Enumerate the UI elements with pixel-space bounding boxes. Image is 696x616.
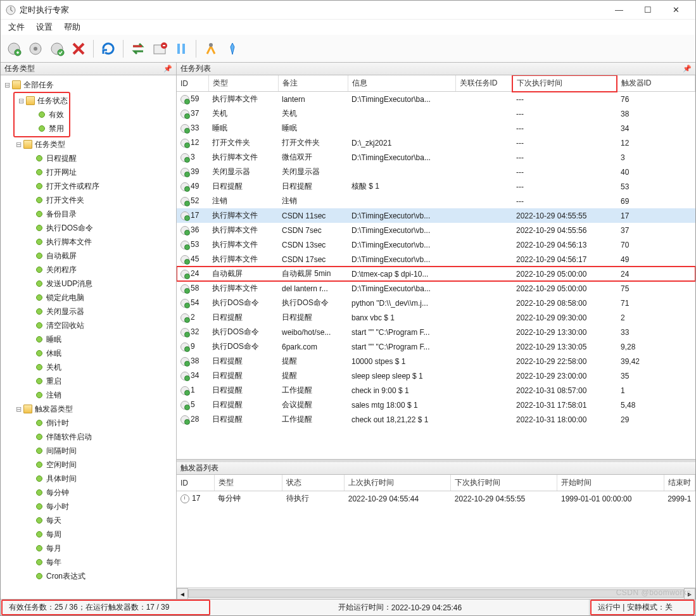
task-row[interactable]: 2日程提醒日程提醒banx vbc $ 12022-10-29 09:30:00… bbox=[177, 310, 695, 325]
task-row[interactable]: 39关闭显示器关闭显示器---40 bbox=[177, 165, 695, 179]
maximize-button[interactable]: ☐ bbox=[633, 1, 662, 19]
tree-node[interactable]: ⊟全部任务 bbox=[2, 78, 175, 92]
trigger-col-header[interactable]: 类型 bbox=[214, 475, 282, 491]
tree-node[interactable]: 清空回收站 bbox=[2, 318, 175, 332]
tree-node[interactable]: 执行DOS命令 bbox=[2, 221, 175, 235]
task-row[interactable]: 24自动截屏自动截屏 5minD:\tmex-cap $ dpi-10...20… bbox=[177, 267, 695, 281]
tree-node[interactable]: 打开文件或程序 bbox=[2, 179, 175, 193]
minimize-button[interactable]: — bbox=[605, 1, 633, 19]
tree-node[interactable]: 备份目录 bbox=[2, 207, 175, 221]
add-task-button[interactable] bbox=[4, 39, 23, 58]
tree-node[interactable]: 注销 bbox=[2, 388, 175, 402]
pin-icon[interactable]: 📌 bbox=[683, 65, 692, 73]
pause-button[interactable] bbox=[172, 39, 191, 58]
tree-node[interactable]: 有效 bbox=[16, 108, 68, 122]
task-status-icon bbox=[180, 241, 189, 249]
task-row[interactable]: 53执行脚本文件CSDN 13secD:\TimingExecutor\vb..… bbox=[177, 237, 695, 252]
tree-node[interactable]: 关机 bbox=[2, 360, 175, 374]
trigger-col-header[interactable]: 开始时间 bbox=[557, 475, 664, 491]
tree-node[interactable]: 日程提醒 bbox=[2, 151, 175, 165]
task-row[interactable]: 58执行脚本文件del lantern r...D:\TimingExecuto… bbox=[177, 281, 695, 296]
tree-node[interactable]: 伴随软件启动 bbox=[2, 430, 175, 444]
remove-button[interactable] bbox=[150, 39, 169, 58]
task-col-header[interactable]: 触发器ID bbox=[617, 75, 695, 92]
task-row[interactable]: 49日程提醒日程提醒核酸 $ 1---53 bbox=[177, 179, 695, 194]
tree-node[interactable]: 禁用 bbox=[16, 122, 68, 135]
swap-button[interactable] bbox=[129, 39, 148, 58]
task-row[interactable]: 37关机关机---38 bbox=[177, 106, 695, 121]
refresh-button[interactable] bbox=[99, 39, 118, 58]
tree-node[interactable]: 每分钟 bbox=[2, 486, 175, 500]
task-row[interactable]: 38日程提醒提醒10000 stpes $ 12022-10-29 22:58:… bbox=[177, 354, 695, 368]
tree-node[interactable]: 重启 bbox=[2, 374, 175, 388]
tree-node[interactable]: 每天 bbox=[2, 513, 175, 527]
tree-node[interactable]: 倒计时 bbox=[2, 416, 175, 430]
trigger-col-header[interactable]: 状态 bbox=[282, 475, 345, 491]
task-row[interactable]: 12打开文件夹打开文件夹D:\_zkj2021---12 bbox=[177, 135, 695, 150]
tree-node[interactable]: ⊟触发器类型 bbox=[2, 402, 175, 416]
task-status-icon bbox=[180, 168, 189, 177]
task-row[interactable]: 34日程提醒提醒sleep sleep sleep $ 12022-10-29 … bbox=[177, 368, 695, 383]
trigger-col-header[interactable]: ID bbox=[177, 475, 214, 491]
pin-icon[interactable]: 📌 bbox=[163, 65, 172, 73]
task-col-header[interactable]: 下次执行时间 bbox=[512, 75, 617, 92]
edit-task-button[interactable] bbox=[26, 39, 45, 58]
tree-node[interactable]: 每小时 bbox=[2, 500, 175, 513]
tree-node[interactable]: ⊟任务状态 bbox=[16, 94, 68, 108]
menu-help[interactable]: 帮助 bbox=[64, 22, 80, 33]
tree-node[interactable]: ⊟任务类型 bbox=[2, 137, 175, 151]
close-button[interactable]: ✕ bbox=[662, 1, 690, 19]
tree-node[interactable]: 每年 bbox=[2, 555, 175, 569]
trigger-col-header[interactable]: 上次执行时间 bbox=[345, 475, 451, 491]
task-col-header[interactable]: 备注 bbox=[278, 75, 348, 92]
task-row[interactable]: 32执行DOS命令weibo/hot/se...start "" "C:\Pro… bbox=[177, 325, 695, 339]
confirm-task-button[interactable] bbox=[47, 39, 66, 58]
tree-node[interactable]: 发送UDP消息 bbox=[2, 277, 175, 291]
task-row[interactable]: 9执行DOS命令6park.comstart "" "C:\Program F.… bbox=[177, 339, 695, 354]
tree-node[interactable]: 每周 bbox=[2, 527, 175, 541]
task-row[interactable]: 59执行脚本文件lanternD:\TimingExecutor\ba...--… bbox=[177, 92, 695, 107]
tree-node[interactable]: 每月 bbox=[2, 541, 175, 555]
task-row[interactable]: 17执行脚本文件CSDN 11secD:\TimingExecutor\vb..… bbox=[177, 208, 695, 223]
task-col-header[interactable]: 类型 bbox=[208, 75, 278, 92]
tree-node[interactable]: 关闭程序 bbox=[2, 263, 175, 277]
task-list[interactable]: ID类型备注信息关联任务ID下次执行时间触发器ID 59执行脚本文件lanter… bbox=[177, 75, 695, 459]
trigger-col-header[interactable]: 结束时 bbox=[664, 475, 695, 491]
task-row[interactable]: 3执行脚本文件微信双开D:\TimingExecutor\ba...---3 bbox=[177, 150, 695, 165]
task-row[interactable]: 36执行脚本文件CSDN 7secD:\TimingExecutor\vb...… bbox=[177, 223, 695, 237]
tree-node[interactable]: 空闲时间 bbox=[2, 458, 175, 472]
trigger-list[interactable]: ID类型状态上次执行时间下次执行时间开始时间结束时 17每分钟待执行2022-1… bbox=[177, 475, 695, 588]
task-row[interactable]: 1日程提醒工作提醒check in 9:00 $ 12022-10-31 08:… bbox=[177, 383, 695, 398]
tree-label: 日程提醒 bbox=[46, 153, 77, 164]
task-type-tree[interactable]: ⊟全部任务⊟任务状态有效禁用⊟任务类型日程提醒打开网址打开文件或程序打开文件夹备… bbox=[1, 75, 176, 599]
tree-node[interactable]: 打开文件夹 bbox=[2, 193, 175, 207]
menu-settings[interactable]: 设置 bbox=[36, 22, 53, 33]
tree-node[interactable]: 执行脚本文件 bbox=[2, 235, 175, 249]
tree-node[interactable]: 锁定此电脑 bbox=[2, 291, 175, 305]
task-col-header[interactable]: ID bbox=[177, 75, 208, 92]
tree-label: 注销 bbox=[46, 390, 61, 401]
task-row[interactable]: 54执行DOS命令执行DOS命令python "D:\\_dev\\m.j...… bbox=[177, 296, 695, 310]
tree-node[interactable]: 具体时间 bbox=[2, 472, 175, 486]
tree-node[interactable]: 关闭显示器 bbox=[2, 305, 175, 318]
task-row[interactable]: 5日程提醒会议提醒sales mtg 18:00 $ 12022-10-31 1… bbox=[177, 398, 695, 412]
trigger-col-header[interactable]: 下次执行时间 bbox=[451, 475, 557, 491]
pin-button[interactable] bbox=[223, 39, 242, 58]
tree-node[interactable]: 间隔时间 bbox=[2, 444, 175, 458]
tree-node[interactable]: 打开网址 bbox=[2, 165, 175, 179]
task-row[interactable]: 52注销注销---69 bbox=[177, 194, 695, 208]
tree-node[interactable]: 休眠 bbox=[2, 346, 175, 360]
task-col-header[interactable]: 关联任务ID bbox=[455, 75, 512, 92]
delete-task-button[interactable] bbox=[69, 39, 88, 58]
task-list-header: 任务列表📌 bbox=[177, 63, 695, 75]
task-row[interactable]: 33睡眠睡眠---34 bbox=[177, 121, 695, 135]
menu-file[interactable]: 文件 bbox=[8, 22, 25, 33]
tree-node[interactable]: 睡眠 bbox=[2, 332, 175, 346]
trigger-row[interactable]: 17每分钟待执行2022-10-29 04:55:442022-10-29 04… bbox=[177, 491, 695, 506]
task-col-header[interactable]: 信息 bbox=[348, 75, 455, 92]
task-row[interactable]: 28日程提醒工作提醒check out 18,21,22 $ 12022-10-… bbox=[177, 412, 695, 427]
task-row[interactable]: 45执行脚本文件CSDN 17secD:\TimingExecutor\vb..… bbox=[177, 252, 695, 267]
tree-node[interactable]: Cron表达式 bbox=[2, 569, 175, 583]
tools-button[interactable] bbox=[201, 39, 220, 58]
tree-node[interactable]: 自动截屏 bbox=[2, 249, 175, 263]
